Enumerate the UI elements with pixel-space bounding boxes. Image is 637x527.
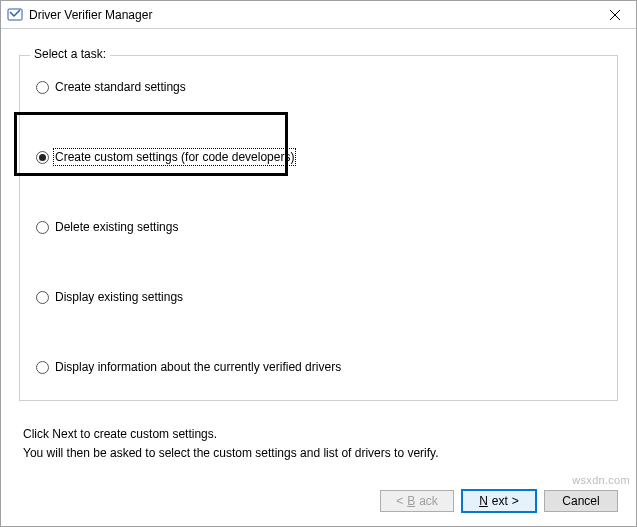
hint-text: Click Next to create custom settings. Yo… — [23, 425, 614, 463]
radio-label: Delete existing settings — [55, 220, 178, 234]
radio-icon — [36, 151, 49, 164]
wizard-button-row: < Back Next > Cancel — [19, 482, 618, 518]
task-groupbox: Select a task: Create standard settings … — [19, 55, 618, 401]
hint-line-2: You will then be asked to select the cus… — [23, 444, 614, 463]
radio-icon — [36, 361, 49, 374]
client-area: Select a task: Create standard settings … — [1, 29, 636, 526]
radio-display-existing[interactable]: Display existing settings — [36, 288, 601, 306]
highlight-annotation — [14, 112, 288, 176]
radio-label: Create custom settings (for code develop… — [55, 150, 294, 164]
next-mnemonic: N — [479, 494, 488, 508]
hint-line-1: Click Next to create custom settings. — [23, 425, 614, 444]
next-button[interactable]: Next > — [462, 490, 536, 512]
radio-create-standard[interactable]: Create standard settings — [36, 78, 601, 96]
next-arrow: > — [512, 494, 519, 508]
radio-label: Display information about the currently … — [55, 360, 341, 374]
back-text: ack — [419, 494, 438, 508]
close-button[interactable] — [594, 1, 636, 29]
watermark: wsxdn.com — [572, 474, 630, 486]
titlebar: Driver Verifier Manager — [1, 1, 636, 29]
cancel-text: Cancel — [562, 494, 599, 508]
radio-icon — [36, 221, 49, 234]
back-mnemonic: B — [407, 494, 415, 508]
titlebar-left: Driver Verifier Manager — [7, 7, 152, 23]
radio-create-custom[interactable]: Create custom settings (for code develop… — [36, 148, 601, 166]
radio-display-current[interactable]: Display information about the currently … — [36, 358, 601, 376]
next-text: ext — [492, 494, 508, 508]
radio-icon — [36, 81, 49, 94]
radio-label: Create standard settings — [55, 80, 186, 94]
radio-delete-existing[interactable]: Delete existing settings — [36, 218, 601, 236]
app-icon — [7, 7, 23, 23]
back-arrow: < — [396, 494, 403, 508]
radio-icon — [36, 291, 49, 304]
cancel-button[interactable]: Cancel — [544, 490, 618, 512]
window-frame: Driver Verifier Manager Select a task: C… — [0, 0, 637, 527]
groupbox-label: Select a task: — [30, 47, 110, 61]
radio-label: Display existing settings — [55, 290, 183, 304]
back-button: < Back — [380, 490, 454, 512]
window-title: Driver Verifier Manager — [29, 8, 152, 22]
